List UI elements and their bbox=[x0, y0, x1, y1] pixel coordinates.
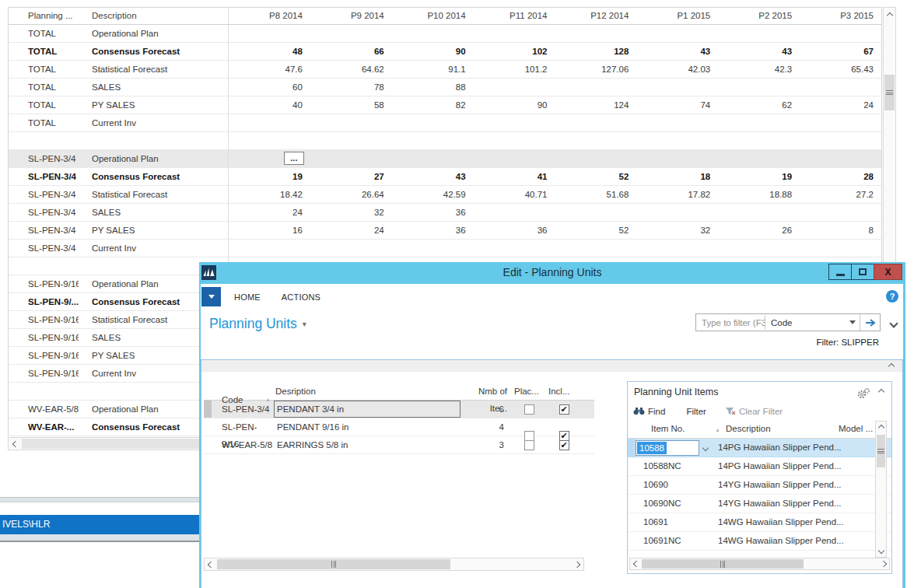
grid-cell-description[interactable]: PY SALES bbox=[79, 222, 229, 239]
grid-cell-value[interactable]: 40.71 bbox=[474, 186, 555, 203]
grid-cell-value[interactable]: 47.6 bbox=[229, 61, 310, 78]
grid-blank-row[interactable] bbox=[9, 132, 881, 150]
grid-cell-value[interactable]: 101.2 bbox=[474, 61, 555, 78]
grid-cell-planning-unit[interactable] bbox=[9, 132, 79, 149]
grid-cell-planning-unit[interactable]: SL-PEN-9/16 bbox=[9, 347, 79, 364]
grid-cell-value[interactable]: 41 bbox=[474, 168, 555, 185]
close-button[interactable]: X bbox=[874, 264, 902, 280]
column-header-model[interactable]: Model ... bbox=[839, 420, 874, 438]
grid-cell-value[interactable] bbox=[474, 25, 555, 42]
grid-row[interactable]: TOTALSALES607888 bbox=[9, 79, 881, 96]
grid-cell-planning-unit[interactable]: TOTAL bbox=[9, 79, 79, 96]
grid-cell-value[interactable] bbox=[718, 132, 800, 149]
placeholder-checkbox[interactable] bbox=[524, 440, 534, 450]
grid-cell-planning-unit[interactable]: TOTAL bbox=[9, 25, 79, 42]
collapse-fasttab-button[interactable] bbox=[888, 363, 895, 369]
grid-cell-value[interactable] bbox=[310, 114, 392, 131]
grid-cell-planning-unit[interactable]: TOTAL bbox=[9, 114, 79, 131]
item-row[interactable]: 10691NC14WG Hawaiian Slipper Pend... bbox=[628, 532, 891, 551]
grid-cell-value[interactable] bbox=[555, 204, 637, 221]
grid-cell-value[interactable] bbox=[555, 79, 637, 96]
collapse-panel-button[interactable] bbox=[878, 389, 884, 395]
grid-cell-value[interactable] bbox=[800, 114, 881, 131]
item-row[interactable]: 1058814PG Hawaiian Slipper Pend... bbox=[628, 439, 891, 457]
grid-cell-value[interactable] bbox=[392, 150, 474, 167]
grid-cell-value[interactable]: 102 bbox=[474, 43, 555, 60]
grid-cell-planning-unit[interactable]: WV-EAR-... bbox=[9, 418, 79, 436]
column-header-period[interactable]: P11 2014 bbox=[474, 8, 555, 24]
grid-cell-value[interactable]: 32 bbox=[636, 222, 718, 239]
grid-cell-value[interactable]: 36 bbox=[392, 204, 474, 221]
scroll-left-icon[interactable] bbox=[631, 559, 641, 569]
grid-cell-value[interactable]: 26 bbox=[718, 222, 800, 239]
help-button[interactable]: ? bbox=[886, 290, 898, 303]
grid-cell-description[interactable]: Consensus Forecast bbox=[79, 43, 229, 60]
column-header-period[interactable]: P8 2014 bbox=[229, 8, 310, 24]
grid-cell-description[interactable] bbox=[79, 132, 229, 149]
column-header-period[interactable]: P1 2015 bbox=[636, 8, 718, 24]
grid-row[interactable]: SL-PEN-3/4SALES243236 bbox=[9, 204, 881, 222]
grid-cell-value[interactable] bbox=[800, 150, 881, 167]
grid-cell-description[interactable]: Current Inv bbox=[79, 114, 229, 131]
grid-cell-value[interactable]: 74 bbox=[636, 96, 718, 114]
item-row[interactable]: 10588NC14PG Hawaiian Slipper Pend... bbox=[628, 457, 891, 476]
grid-cell-planning-unit[interactable]: SL-PEN-9/16 bbox=[9, 275, 79, 292]
grid-cell-value[interactable] bbox=[474, 204, 555, 221]
grid-cell-value[interactable]: 36 bbox=[392, 222, 474, 239]
grid-cell-value[interactable] bbox=[229, 132, 310, 149]
grid-cell-value[interactable] bbox=[636, 114, 718, 131]
grid-cell-planning-unit[interactable]: WV-EAR-5/8 bbox=[9, 401, 79, 418]
grid-cell-planning-unit[interactable]: SL-PEN-3/4 bbox=[9, 168, 79, 185]
units-horizontal-scrollbar[interactable] bbox=[204, 558, 584, 571]
grid-cell-description[interactable]: Statistical Forecast bbox=[79, 61, 229, 78]
grid-cell-value[interactable]: 124 bbox=[555, 96, 637, 114]
item-description-cell[interactable]: 14YG Hawaiian Slipper Pend... bbox=[715, 476, 891, 494]
scrollbar-thumb[interactable] bbox=[22, 439, 199, 449]
column-header-period[interactable]: P12 2014 bbox=[555, 8, 637, 24]
grid-cell-value[interactable]: 19 bbox=[718, 168, 800, 185]
grid-cell-value[interactable] bbox=[555, 132, 637, 149]
grid-cell-value[interactable]: 24 bbox=[310, 222, 392, 239]
grid-cell-value[interactable] bbox=[392, 114, 474, 131]
grid-cell-planning-unit[interactable] bbox=[9, 383, 79, 400]
scroll-right-icon[interactable] bbox=[878, 559, 888, 569]
grid-cell-value[interactable]: 27 bbox=[310, 168, 392, 185]
units-table-row[interactable]: WV-EAR-5/8EARRINGS 5/8 in3✔ bbox=[204, 436, 594, 454]
grid-cell-value[interactable]: 78 bbox=[310, 79, 392, 96]
grid-cell-value[interactable] bbox=[310, 25, 392, 42]
grid-cell-value[interactable]: 43 bbox=[392, 168, 474, 185]
grid-cell-value[interactable]: 90 bbox=[474, 96, 555, 114]
grid-cell-description[interactable]: Operational Plan bbox=[79, 150, 229, 167]
item-description-cell[interactable]: 14PG Hawaiian Slipper Pend... bbox=[715, 439, 891, 457]
grid-cell-description[interactable]: Current Inv bbox=[79, 240, 229, 257]
scroll-down-icon[interactable] bbox=[876, 546, 886, 555]
grid-cell-value[interactable] bbox=[636, 25, 718, 42]
item-no-cell[interactable]: 10691NC bbox=[636, 532, 715, 550]
grid-cell-value[interactable]: 66 bbox=[310, 43, 392, 60]
combobox-dropdown-icon[interactable] bbox=[703, 439, 708, 457]
grid-cell-value[interactable] bbox=[555, 240, 637, 257]
grid-cell-value[interactable]: 65.43 bbox=[800, 61, 881, 78]
filter-field-dropdown[interactable] bbox=[846, 320, 860, 324]
unit-item-count-cell[interactable]: 3 bbox=[461, 436, 512, 453]
grid-cell-value[interactable]: 24 bbox=[800, 96, 881, 114]
grid-row[interactable]: TOTALPY SALES40588290124746224 bbox=[9, 96, 881, 114]
grid-cell-value[interactable] bbox=[229, 114, 310, 131]
grid-row[interactable]: SL-PEN-3/4Current Inv bbox=[9, 240, 881, 257]
assist-edit-button[interactable]: ... bbox=[284, 152, 304, 165]
grid-row[interactable]: SL-PEN-3/4Operational Plan... bbox=[9, 150, 881, 168]
grid-cell-planning-unit[interactable]: SL-PEN-9/16 bbox=[9, 365, 79, 382]
column-header-period[interactable]: P2 2015 bbox=[718, 8, 800, 24]
grid-cell-value[interactable]: 24 bbox=[229, 204, 310, 221]
grid-cell-planning-unit[interactable]: TOTAL bbox=[9, 96, 79, 114]
column-header-period[interactable]: P3 2015 bbox=[800, 8, 881, 24]
grid-cell-value[interactable]: 40 bbox=[229, 96, 310, 114]
grid-cell-value[interactable] bbox=[392, 240, 474, 257]
grid-cell-value[interactable] bbox=[474, 79, 555, 96]
column-header-period[interactable]: P9 2014 bbox=[310, 8, 392, 24]
grid-cell-value[interactable] bbox=[392, 25, 474, 42]
placeholder-checkbox[interactable] bbox=[524, 404, 534, 415]
item-description-cell[interactable]: 14WG Hawaiian Slipper Pend... bbox=[715, 513, 891, 531]
item-no-cell[interactable]: 10691 bbox=[636, 513, 715, 531]
column-header-item-no[interactable]: Item No. bbox=[651, 420, 685, 438]
